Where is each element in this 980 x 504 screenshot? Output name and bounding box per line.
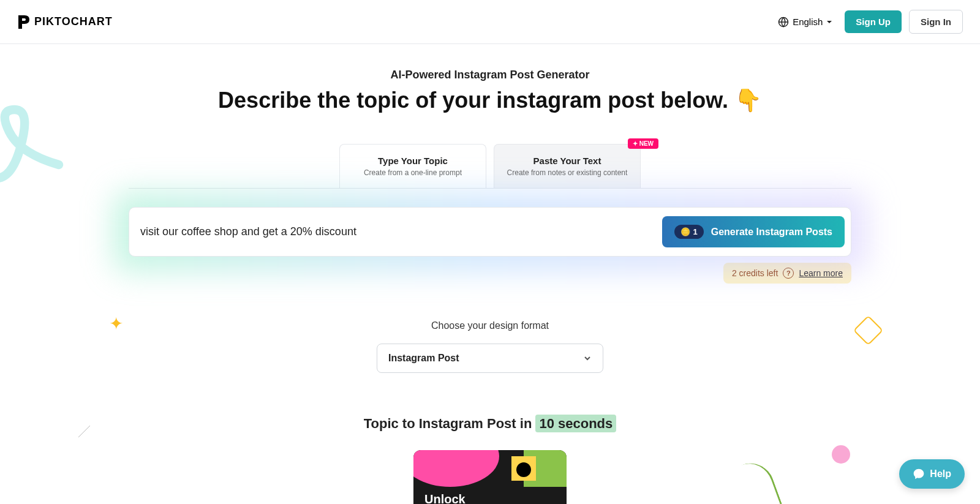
- tab-subtitle: Create from a one-line prompt: [352, 168, 473, 177]
- language-label: English: [793, 17, 823, 27]
- chevron-down-icon: [826, 19, 832, 25]
- chat-icon: [913, 468, 925, 480]
- decorative-slash: [77, 424, 92, 439]
- logo[interactable]: PIKTOCHART: [17, 14, 113, 30]
- page-title: Describe the topic of your instagram pos…: [0, 88, 980, 113]
- generate-label: Generate Instagram Posts: [711, 227, 832, 238]
- format-selected-value: Instagram Post: [388, 353, 459, 364]
- piktochart-icon: [17, 14, 31, 30]
- credit-cost-pill: 🪙 1: [674, 225, 703, 239]
- globe-icon: [778, 17, 789, 28]
- prompt-input[interactable]: [140, 225, 655, 238]
- tab-type-topic[interactable]: Type Your Topic Create from a one-line p…: [339, 144, 486, 188]
- highlight-text: 10 seconds: [535, 415, 616, 432]
- tab-title: Paste Your Text: [507, 156, 628, 166]
- coin-icon: 🪙: [680, 227, 690, 236]
- generate-button[interactable]: 🪙 1 Generate Instagram Posts: [662, 216, 845, 247]
- signup-button[interactable]: Sign Up: [845, 10, 902, 33]
- preview-card: Unlock: [413, 450, 567, 504]
- tab-subtitle: Create from notes or existing content: [507, 168, 628, 177]
- preview-text: Unlock: [424, 492, 466, 504]
- pointing-down-emoji: 👇: [734, 88, 762, 113]
- svg-line-1: [78, 426, 90, 437]
- section-title: Topic to Instagram Post in 10 seconds: [0, 416, 980, 432]
- chevron-down-icon: [583, 354, 592, 363]
- format-selector[interactable]: Instagram Post: [377, 344, 603, 373]
- sparkle-icon: ✦: [633, 140, 638, 147]
- help-fab-button[interactable]: Help: [899, 459, 965, 489]
- decorative-pink-dot: [832, 445, 850, 464]
- logo-text: PIKTOCHART: [34, 15, 113, 28]
- format-label: Choose your design format: [0, 320, 980, 331]
- decorative-sparkle-icon: ✦: [109, 314, 123, 334]
- tab-paste-text[interactable]: Paste Your Text Create from notes or exi…: [494, 144, 641, 188]
- tab-title: Type Your Topic: [352, 156, 473, 166]
- decorative-swirl: [718, 457, 794, 504]
- signin-button[interactable]: Sign In: [909, 10, 963, 34]
- prompt-input-container: 🪙 1 Generate Instagram Posts: [129, 207, 851, 257]
- divider: [129, 188, 851, 189]
- new-badge: ✦ NEW: [628, 138, 658, 149]
- language-selector[interactable]: English: [773, 12, 837, 32]
- page-subtitle: AI-Powered Instagram Post Generator: [0, 69, 980, 81]
